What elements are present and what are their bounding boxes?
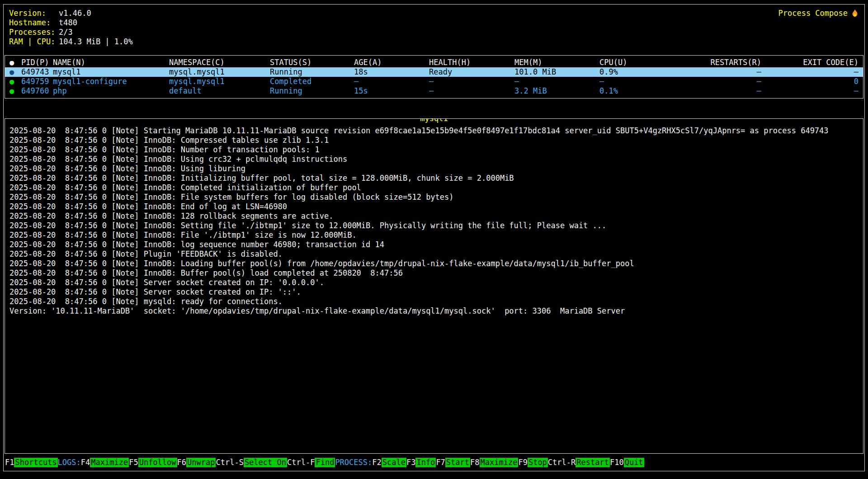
- shortcut-key-f9: F9: [518, 458, 527, 467]
- shortcut-key-f2: F2: [372, 458, 381, 467]
- shortcut-key-f8: F8: [470, 458, 479, 467]
- shortcut-action-maximize[interactable]: Maximize: [90, 458, 129, 467]
- col-header-name[interactable]: NAME(N): [53, 58, 169, 67]
- log-line: 2025-08-20 8:47:56 0 [Note] Plugin 'FEED…: [9, 249, 859, 259]
- log-lines: 2025-08-20 8:47:56 0 [Note] Starting Mar…: [9, 126, 859, 316]
- shortcut-key-f4: F4: [81, 458, 90, 467]
- cell-name: mysql1-configure: [53, 77, 169, 86]
- cell-mem: –: [514, 77, 599, 86]
- cell-name: php: [53, 86, 169, 96]
- cell-age: –: [354, 77, 429, 86]
- shortcut-key-ctrl-f: Ctrl-F: [287, 458, 315, 467]
- process-row-mysql1[interactable]: ●649743mysql1mysql.mysql1Running18sReady…: [5, 67, 863, 77]
- version-value: v1.46.0: [59, 9, 91, 18]
- shortcut-action-select-on[interactable]: Select On: [244, 458, 287, 467]
- process-row-mysql1-configure[interactable]: ●649759mysql1-configuremysql.mysql1Compl…: [5, 77, 863, 86]
- version-line: Version:v1.46.0: [9, 9, 859, 18]
- log-line: Version: '10.11.11-MariaDB' socket: '/ho…: [9, 306, 859, 316]
- hostname-line: Hostname:t480: [9, 18, 859, 28]
- shortcut-action-restart[interactable]: Restart: [576, 458, 610, 467]
- log-line: 2025-08-20 8:47:56 0 [Note] InnoDB: Usin…: [9, 155, 859, 164]
- cell-cpu: –: [599, 77, 652, 86]
- cell-restarts: –: [652, 77, 761, 86]
- log-line: 2025-08-20 8:47:56 0 [Note] InnoDB: Comp…: [9, 183, 859, 193]
- log-line: 2025-08-20 8:47:56 0 [Note] InnoDB: Numb…: [9, 145, 859, 155]
- log-line: 2025-08-20 8:47:56 0 [Note] InnoDB: Sett…: [9, 221, 859, 230]
- shortcut-key-f1: F1: [5, 458, 14, 467]
- col-header-pid[interactable]: PID(P): [21, 58, 53, 67]
- shortcut-action-stop[interactable]: Stop: [528, 458, 548, 467]
- process-table: ●PID(P)NAME(N)NAMESPACE(C)STATUS(S)AGE(A…: [5, 55, 863, 99]
- log-line: 2025-08-20 8:47:56 0 [Note] InnoDB: File…: [9, 193, 859, 202]
- col-header-status[interactable]: STATUS(S): [270, 58, 354, 67]
- cell-namespace: default: [169, 86, 270, 96]
- log-panel-title: mysql1: [420, 118, 448, 123]
- shortcut-key-f5: F5: [129, 458, 138, 467]
- log-line: 2025-08-20 8:47:56 0 [Note] InnoDB: log …: [9, 240, 859, 249]
- cell-health: –: [429, 77, 514, 86]
- log-line: 2025-08-20 8:47:56 0 [Note] InnoDB: Buff…: [9, 268, 859, 278]
- col-header-exit_code[interactable]: EXIT CODE(E): [761, 58, 859, 67]
- status-dot-column-icon: ●: [9, 58, 21, 67]
- system-info-panel: Version:v1.46.0 Hostname:t480 Processes:…: [4, 5, 864, 55]
- shortcut-key-f6: F6: [177, 458, 186, 467]
- shortcut-action-unwrap[interactable]: Unwrap: [186, 458, 216, 467]
- cell-health: –: [429, 86, 514, 96]
- col-header-restarts[interactable]: RESTARTS(R): [652, 58, 761, 67]
- shortcut-action-scale[interactable]: Scale: [382, 458, 406, 467]
- processes-line: Processes:2/3: [9, 28, 859, 37]
- shortcut-key-f10: F10: [610, 458, 624, 467]
- cell-restarts: –: [652, 67, 761, 77]
- cell-exit_code: –: [761, 67, 859, 77]
- log-panel[interactable]: mysql1 2025-08-20 8:47:56 0 [Note] Start…: [5, 118, 863, 454]
- version-label: Version:: [9, 9, 59, 18]
- shortcut-action-quit[interactable]: Quit: [624, 458, 644, 467]
- col-header-cpu[interactable]: CPU(U): [599, 58, 652, 67]
- cell-mem: 101.0 MiB: [514, 67, 599, 77]
- cell-status: Completed: [270, 77, 354, 86]
- cell-pid: 649760: [21, 86, 53, 96]
- app-title-text: Process Compose: [778, 9, 848, 18]
- process-compose-app: Version:v1.46.0 Hostname:t480 Processes:…: [0, 0, 868, 479]
- cell-cpu: 0.9%: [599, 67, 652, 77]
- shortcut-key-f3: F3: [406, 458, 415, 467]
- col-header-health[interactable]: HEALTH(H): [429, 58, 514, 67]
- app-title: Process Compose: [778, 9, 859, 18]
- panel-gap: [4, 99, 864, 118]
- cell-pid: 649759: [21, 77, 53, 86]
- cell-namespace: mysql.mysql1: [169, 77, 270, 86]
- shortcut-action-start[interactable]: Start: [445, 458, 470, 467]
- log-line: 2025-08-20 8:47:56 0 [Note] InnoDB: Init…: [9, 174, 859, 183]
- table-header-row: ●PID(P)NAME(N)NAMESPACE(C)STATUS(S)AGE(A…: [5, 58, 863, 67]
- log-line: 2025-08-20 8:47:56 0 [Note] InnoDB: 128 …: [9, 211, 859, 221]
- cell-status: Running: [270, 67, 354, 77]
- shortcut-action-maximize[interactable]: Maximize: [480, 458, 519, 467]
- shortcut-action-info[interactable]: Info: [415, 458, 436, 467]
- log-line: 2025-08-20 8:47:56 0 [Note] Server socke…: [9, 287, 859, 297]
- shortcut-action-find[interactable]: Find: [315, 458, 335, 467]
- shortcut-key-ctrl-s: Ctrl-S: [216, 458, 243, 467]
- process-table-body: ●649743mysql1mysql.mysql1Running18sReady…: [5, 67, 863, 96]
- log-line: 2025-08-20 8:47:56 0 [Note] Server socke…: [9, 278, 859, 287]
- cell-pid: 649743: [21, 67, 53, 77]
- col-header-namespace[interactable]: NAMESPACE(C): [169, 58, 270, 67]
- shortcut-section-process: PROCESS:: [335, 458, 372, 467]
- cell-name: mysql1: [53, 67, 169, 77]
- cell-restarts: –: [652, 86, 761, 96]
- process-row-php[interactable]: ●649760phpdefaultRunning15s–3.2 MiB0.1%–…: [5, 86, 863, 96]
- status-dot-icon: ●: [9, 77, 21, 86]
- processes-label: Processes:: [9, 28, 59, 37]
- log-line: 2025-08-20 8:47:56 0 [Note] Starting Mar…: [9, 126, 859, 136]
- shortcut-key-f7: F7: [436, 458, 445, 467]
- ram-cpu-line: RAM | CPU:104.3 MiB | 1.0%: [9, 37, 859, 47]
- status-dot-icon: ●: [9, 67, 21, 77]
- cell-exit_code: 0: [761, 77, 859, 86]
- flame-icon: [851, 9, 859, 18]
- shortcut-action-shortcuts[interactable]: Shortcuts: [14, 458, 57, 467]
- col-header-mem[interactable]: MEM(M): [514, 58, 599, 67]
- shortcut-section-logs: LOGS:: [58, 458, 81, 467]
- col-header-age[interactable]: AGE(A): [354, 58, 429, 67]
- shortcut-action-unfollow[interactable]: Unfollow: [138, 458, 177, 467]
- processes-value: 2/3: [59, 28, 73, 37]
- log-line: 2025-08-20 8:47:56 0 [Note] InnoDB: End …: [9, 202, 859, 211]
